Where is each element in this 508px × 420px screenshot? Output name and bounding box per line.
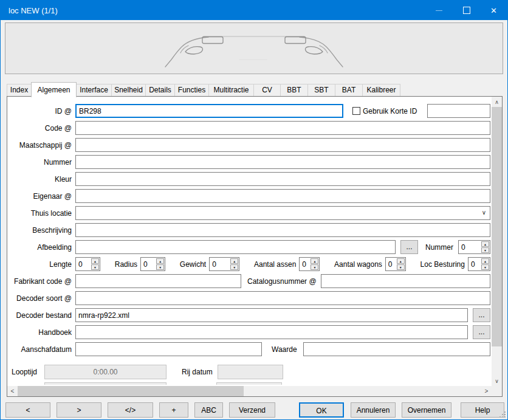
tab-cv[interactable]: CV [253,84,281,97]
spin-up-button[interactable]: ▲ [230,258,238,264]
short-id-checkbox-label: Gebruik Korte ID [363,107,417,115]
prev-button[interactable]: < [5,402,50,418]
vertical-scrollbar[interactable]: ∧ ∨ [492,97,502,386]
maximize-button[interactable] [453,1,480,20]
tab-index[interactable]: Index [7,84,32,97]
code-input[interactable] [75,121,490,135]
close-button[interactable]: ✕ [480,1,507,20]
axles-input[interactable] [300,258,311,270]
radius-group: Radius ▲▼ [115,257,165,271]
short-id-input[interactable] [427,104,490,118]
spin-down-button[interactable]: ▼ [397,264,405,270]
manufacturer-input[interactable] [75,274,241,288]
send-button[interactable]: Verzend [229,402,275,418]
spin-down-icon: ▼ [399,266,402,269]
worth-input[interactable] [303,342,490,356]
spin-down-icon: ▼ [159,266,162,269]
ok-button[interactable]: OK [299,402,344,418]
number-input[interactable] [75,155,490,169]
home-location-label: Thuis locatie [7,209,75,218]
spin-down-button[interactable]: ▼ [230,264,238,270]
horizontal-scroll-thumb[interactable] [18,386,244,396]
scroll-up-button[interactable]: ∧ [492,97,502,107]
runtime-input [44,365,166,379]
image-input[interactable] [75,240,396,254]
image-number-label: Nummer [425,243,453,252]
horizontal-scrollbar[interactable]: < > [7,386,492,396]
tab-interface[interactable]: Interface [76,84,112,97]
scroll-right-button[interactable]: > [481,386,492,396]
manual-browse-button[interactable]: ... [473,325,490,339]
scroll-track[interactable] [492,346,502,376]
tab-multitractie[interactable]: Multitractie [208,84,254,97]
purchase-date-input[interactable] [75,342,262,356]
titlebar[interactable]: loc NEW (1/1) ✕ [1,1,507,20]
weight-input[interactable] [210,258,230,270]
apply-button[interactable]: Overnemen [402,402,451,418]
spin-up-button[interactable]: ▲ [91,258,99,264]
spin-up-button[interactable]: ▲ [481,241,489,247]
radius-input[interactable] [141,258,156,270]
company-label: Maatschappij @ [7,141,75,150]
radius-spinner[interactable]: ▲▼ [140,257,165,271]
decoder-type-input[interactable] [75,291,490,305]
image-number-spinner[interactable]: ▲ ▼ [458,240,490,254]
spin-down-button[interactable]: ▼ [481,247,489,253]
tab-algemeen[interactable]: Algemeen [31,82,77,97]
image-browse-button[interactable]: ... [400,240,418,254]
home-location-combobox[interactable]: ∨ [75,206,490,220]
next-button[interactable]: > [57,402,101,418]
loc-control-spinner[interactable]: ▲▼ [468,257,490,271]
help-button[interactable]: Help [461,402,504,418]
spin-down-icon: ▼ [94,266,97,269]
length-input[interactable] [76,258,91,270]
cancel-button[interactable]: Annuleren [351,402,396,418]
code-button[interactable]: </> [108,402,153,418]
spin-up-button[interactable]: ▲ [311,258,318,264]
decoder-file-input[interactable] [75,308,468,322]
tab-bbt[interactable]: BBT [280,84,308,97]
spin-up-button[interactable]: ▲ [156,258,164,264]
short-id-checkbox[interactable] [352,107,360,115]
minimize-button[interactable] [425,1,453,20]
image-number-input[interactable] [459,241,481,253]
id-input[interactable] [75,104,343,118]
scroll-left-icon: < [11,388,15,394]
spin-up-button[interactable]: ▲ [481,258,489,264]
tab-functies[interactable]: Functies [174,84,209,97]
color-input[interactable] [75,172,490,186]
wagons-input[interactable] [386,258,397,270]
color-label: Kleur [7,175,75,184]
axles-spinner[interactable]: ▲▼ [299,257,320,271]
manual-input[interactable] [75,325,468,339]
tab-bat[interactable]: BAT [335,84,363,97]
spin-down-button[interactable]: ▼ [481,264,489,270]
weight-spinner[interactable]: ▲▼ [209,257,239,271]
spin-down-button[interactable]: ▼ [156,264,164,270]
resize-grip[interactable] [499,411,506,418]
catalog-number-input[interactable] [321,274,490,288]
tab-details[interactable]: Details [145,84,175,97]
tab-snelheid[interactable]: Snelheid [111,84,146,97]
add-button[interactable]: + [159,402,188,418]
owner-label: Eigenaar @ [7,192,75,201]
abc-button[interactable]: ABC [194,402,223,418]
spin-up-icon: ▲ [484,260,487,263]
vertical-scroll-thumb[interactable] [492,107,502,346]
decoder-file-browse-button[interactable]: ... [473,308,490,322]
tab-sbt[interactable]: SBT [307,84,335,97]
home-location-input[interactable] [75,206,490,220]
scroll-left-button[interactable]: < [7,386,18,396]
wagons-spinner[interactable]: ▲▼ [385,257,406,271]
loc-control-input[interactable] [469,258,481,270]
tab-kalibreer[interactable]: Kalibreer [362,84,400,97]
description-input[interactable] [75,223,490,237]
spin-up-icon: ▲ [399,260,402,263]
owner-input[interactable] [75,189,490,203]
scroll-down-button[interactable]: ∨ [492,376,502,386]
spin-up-button[interactable]: ▲ [397,258,405,264]
company-input[interactable] [75,138,490,152]
length-spinner[interactable]: ▲▼ [75,257,100,271]
spin-down-button[interactable]: ▼ [91,264,99,270]
spin-down-button[interactable]: ▼ [311,264,318,270]
